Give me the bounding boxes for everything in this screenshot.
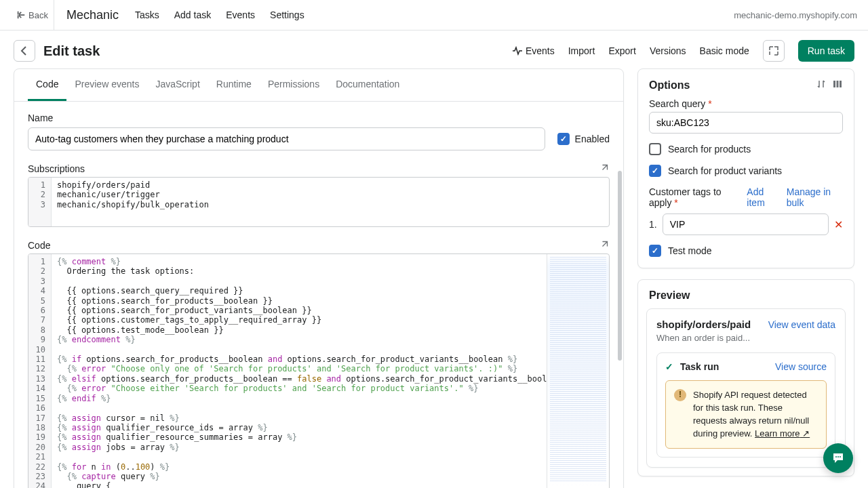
code-popout-icon[interactable] [600,239,610,251]
export-link[interactable]: Export [608,45,635,56]
back-arrow-icon [16,10,26,20]
preview-subtitle: When an order is paid... [656,333,835,343]
tab-code[interactable]: Code [28,69,66,101]
import-link[interactable]: Import [568,45,595,56]
help-fab-button[interactable] [823,443,853,473]
code-content: {% comment %} Ordering the task options:… [52,254,547,488]
options-title: Options [649,79,690,92]
code-gutter: 123456789101112131415161718192021222324 [28,254,52,488]
tag-number: 1. [649,219,657,230]
tab-permissions[interactable]: Permissions [260,69,328,101]
back-button[interactable] [14,40,35,62]
test-mode-checkbox[interactable] [649,245,661,257]
subscriptions-editor[interactable]: 123 shopify/orders/paid mechanic/user/tr… [28,177,610,227]
global-back-button[interactable]: Back [11,0,54,30]
svg-point-3 [835,456,837,458]
svg-rect-2 [840,81,842,87]
code-label: Code [28,240,50,251]
versions-link[interactable]: Versions [650,45,686,56]
nav-tasks[interactable]: Tasks [135,9,159,20]
enabled-label: Enabled [575,134,610,144]
pulse-icon [512,45,523,56]
tab-runtime[interactable]: Runtime [208,69,260,101]
back-label: Back [28,10,48,20]
tab-documentation[interactable]: Documentation [328,69,408,101]
tag-input[interactable] [663,214,829,235]
subscriptions-popout-icon[interactable] [600,163,610,174]
sub-gutter: 123 [28,178,52,226]
name-label: Name [28,113,610,123]
enabled-checkbox[interactable] [557,133,570,145]
sub-code: shopify/orders/paid mechanic/user/trigge… [52,178,609,226]
taskrun-label: Task run [680,361,768,372]
add-item-link[interactable]: Add item [747,186,779,208]
search-variants-checkbox[interactable] [649,165,661,177]
warning-icon: ! [674,389,686,401]
view-source-link[interactable]: View source [775,361,827,372]
preview-event-name: shopify/orders/paid [656,319,751,330]
required-asterisk: * [708,98,711,109]
page-title: Edit task [43,43,100,59]
check-icon: ✓ [665,361,673,372]
code-editor[interactable]: 123456789101112131415161718192021222324 … [28,253,610,488]
svg-rect-0 [833,81,835,87]
delete-tag-icon[interactable]: ✕ [834,218,843,231]
chat-icon [831,451,845,465]
brand-logo: Mechanic [66,8,119,22]
search-query-input[interactable] [649,112,843,134]
run-task-button[interactable]: Run task [798,40,854,62]
shop-domain: mechanic-demo.myshopify.com [734,10,857,20]
columns-icon[interactable] [832,79,843,92]
tags-label: Customer tags to apply [649,186,722,208]
svg-point-4 [837,456,839,458]
manage-bulk-link[interactable]: Manage in bulk [787,186,843,208]
svg-rect-1 [837,81,839,87]
arrow-left-icon [19,45,30,56]
events-link[interactable]: Events [512,45,555,56]
svg-point-5 [840,456,841,458]
test-mode-label: Test mode [668,245,712,256]
subscriptions-label: Subscriptions [28,163,85,174]
search-products-label: Search for products [668,144,751,155]
task-name-input[interactable] [28,127,545,150]
tab-preview-events[interactable]: Preview events [66,69,147,101]
search-variants-label: Search for product variants [668,165,782,176]
learn-more-link[interactable]: Learn more ↗ [755,428,810,439]
nav-settings[interactable]: Settings [270,9,304,20]
nav-add-task[interactable]: Add task [174,9,211,20]
code-minimap[interactable] [547,254,609,488]
view-event-data-link[interactable]: View event data [768,319,835,330]
preview-title: Preview [638,280,854,308]
tab-javascript[interactable]: JavaScript [147,69,208,101]
basic-mode-link[interactable]: Basic mode [700,45,749,56]
expand-button[interactable] [763,40,785,62]
sort-icon[interactable] [816,79,827,92]
nav-events[interactable]: Events [226,9,255,20]
api-warning-notice: ! Shopify API request detected for this … [665,380,827,449]
search-query-label: Search query [649,98,705,109]
search-products-checkbox[interactable] [649,143,661,155]
expand-icon [768,45,779,56]
